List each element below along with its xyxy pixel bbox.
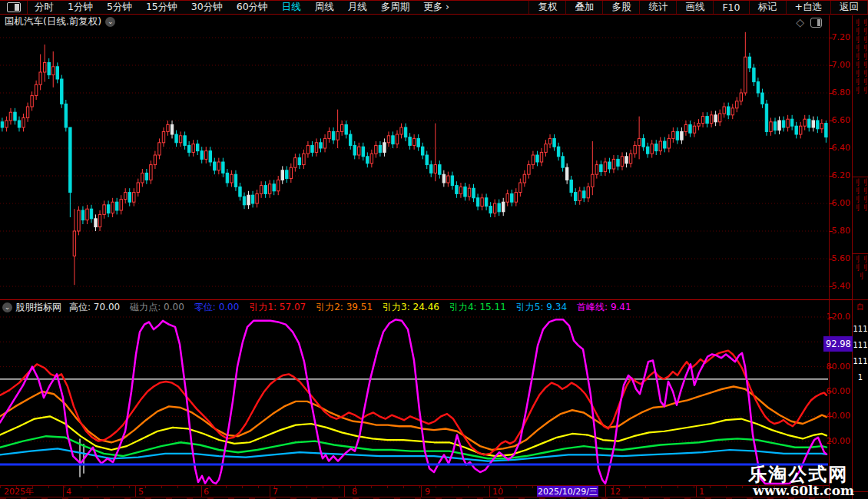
tool-item-huaxian[interactable]: 画线	[676, 1, 713, 14]
indicator-param-8: 首峰线: 9.41	[577, 301, 631, 314]
menu-item-multi[interactable]: 多周期	[374, 1, 417, 14]
month-separator	[344, 486, 345, 497]
axis-label: 6.00	[832, 199, 851, 208]
date-label: 6	[204, 487, 209, 497]
sidebar-strip-divider	[853, 491, 868, 492]
indicator-chart[interactable]	[0, 313, 828, 485]
tool-item-duogu[interactable]: 多股	[602, 1, 639, 14]
indicator-param-1: 磁力点: 0.00	[130, 301, 184, 314]
sidebar-strip-section-2[interactable]: 刂刂刂刂刂	[853, 255, 868, 298]
trading-app-window: 分时1分钟5分钟15分钟30分钟60分钟日线周线月线多周期更多 › 复权叠加多股…	[0, 0, 868, 499]
date-label: 9	[425, 487, 430, 497]
indicator-param-3: 引力1: 57.07	[249, 301, 306, 314]
axis-label: 5.60	[832, 254, 851, 263]
indicator-value-badge: 92.98	[823, 336, 853, 352]
sidebar-strip-section-3[interactable]: 自	[853, 302, 868, 318]
date-label: 7	[273, 487, 278, 497]
date-label: 4	[66, 487, 71, 497]
chart-titlebar: 国机汽车(日线.前复权) ⌄	[0, 15, 828, 28]
menu-item-month[interactable]: 月线	[341, 1, 374, 14]
date-axis[interactable]: 2025/10/29/三 2025年45678910121	[0, 485, 829, 497]
sidebar-strip-section-1[interactable]: 刂刂刂刂刂刂刂刂	[853, 178, 868, 252]
sidebar-strip-divider	[853, 177, 868, 177]
axis-label: 5.40	[832, 282, 851, 291]
watermark-url: www.60lt.com	[753, 484, 854, 497]
menu-item-week[interactable]: 周线	[308, 1, 341, 14]
tool-item-zixuan[interactable]: +自选	[786, 1, 830, 14]
indicator-param-4: 引力2: 39.51	[316, 301, 373, 314]
menu-item-more[interactable]: 更多 ›	[416, 1, 456, 14]
indicator-header: ⌄ 股朋指标网 高位: 70.00磁力点: 0.00零位: 0.00引力1: 5…	[0, 301, 828, 313]
price-axis: 92.98 7.207.006.806.606.406.206.005.805.…	[830, 15, 852, 499]
pane-split-icon[interactable]	[810, 18, 822, 28]
month-separator	[135, 486, 136, 497]
right-sidebar-strip[interactable]: 刂刂刂刂刂刂刂刂刂刂刂刂刂刂刂刂刂刂刂刂刂刂刂刂刂刂刂刂刂刂刂自11111111…	[853, 15, 868, 499]
indicator-param-5: 引力3: 24.46	[383, 301, 439, 314]
indicator-param-6: 引力4: 15.11	[449, 301, 506, 314]
sidebar-strip-divider	[853, 299, 868, 300]
date-label: 10	[492, 487, 503, 497]
month-separator	[696, 486, 697, 497]
month-separator	[421, 486, 422, 497]
month-separator	[489, 486, 490, 497]
indicator-param-2: 零位: 0.00	[194, 301, 240, 314]
watermark-site-name: 乐淘公式网	[748, 465, 854, 484]
axis-label: 6.20	[832, 171, 851, 180]
layout-icon-cell[interactable]	[0, 1, 28, 14]
tool-item-f10[interactable]: F10	[713, 1, 748, 14]
axis-label: 7.20	[832, 33, 851, 42]
period-toolbar: 分时1分钟5分钟15分钟30分钟60分钟日线周线月线多周期更多 › 复权叠加多股…	[0, 0, 868, 15]
menu-item-day[interactable]: 日线	[275, 1, 308, 14]
sidebar-strip-divider	[853, 253, 868, 254]
indicator-dropdown-icon[interactable]: ⌄	[2, 302, 12, 312]
candlestick-chart[interactable]	[0, 29, 828, 299]
axis-label: 5.80	[832, 226, 851, 236]
axis-label: 6.40	[832, 144, 851, 153]
sidebar-strip-section-4[interactable]: 1111111111	[853, 321, 868, 482]
axis-label: 7.00	[832, 61, 851, 70]
stock-title: 国机汽车(日线.前复权)	[5, 15, 101, 28]
tool-item-tongji[interactable]: 统计	[639, 1, 676, 14]
tool-item-biaoji[interactable]: 标记	[749, 1, 786, 14]
tool-item-diejia[interactable]: 叠加	[565, 1, 602, 14]
month-separator	[270, 486, 270, 497]
menu-item-fenshi[interactable]: 分时	[28, 1, 61, 14]
titlebar-icons: ◇	[796, 16, 822, 28]
axis-label: 6.60	[832, 116, 851, 125]
menu-item-5min[interactable]: 5分钟	[100, 1, 139, 14]
diamond-icon[interactable]: ◇	[796, 16, 804, 28]
month-separator	[63, 486, 64, 497]
tool-item-fanhui[interactable]: 返回	[830, 1, 868, 14]
date-axis-minor-ticks	[0, 486, 829, 488]
indicator-param-7: 引力5: 9.34	[516, 301, 567, 314]
date-label: 5	[138, 487, 144, 497]
menu-item-60min[interactable]: 60分钟	[230, 1, 275, 14]
menu-item-30min[interactable]: 30分钟	[184, 1, 230, 14]
month-separator	[201, 486, 202, 497]
date-label: 12	[610, 487, 621, 497]
tool-item-fuquan[interactable]: 复权	[528, 1, 565, 14]
menu-item-15min[interactable]: 15分钟	[139, 1, 184, 14]
watermark: 乐淘公式网 www.60lt.com	[748, 465, 854, 497]
date-label: 8	[352, 487, 357, 497]
period-menu: 分时1分钟5分钟15分钟30分钟60分钟日线周线月线多周期更多 ›	[28, 1, 456, 14]
menu-item-1min[interactable]: 1分钟	[61, 1, 100, 14]
indicator-name[interactable]: 股朋指标网	[15, 301, 61, 314]
tools-menu: 复权叠加多股统计画线F10标记+自选返回	[528, 1, 868, 14]
date-label: 1	[699, 487, 704, 497]
title-dropdown-icon[interactable]: ⌄	[105, 17, 115, 27]
sidebar-strip-section-0[interactable]: 刂刂刂刂刂刂刂刂刂刂刂刂刂刂刂刂刂刂	[853, 18, 868, 177]
axis-label: 6.80	[832, 88, 851, 97]
layout-icon	[7, 2, 21, 12]
selected-date-badge: 2025/10/29/三	[537, 486, 598, 497]
indicator-param-0: 高位: 70.00	[69, 301, 120, 314]
date-label: 2025年	[4, 487, 34, 497]
month-separator	[605, 486, 606, 497]
